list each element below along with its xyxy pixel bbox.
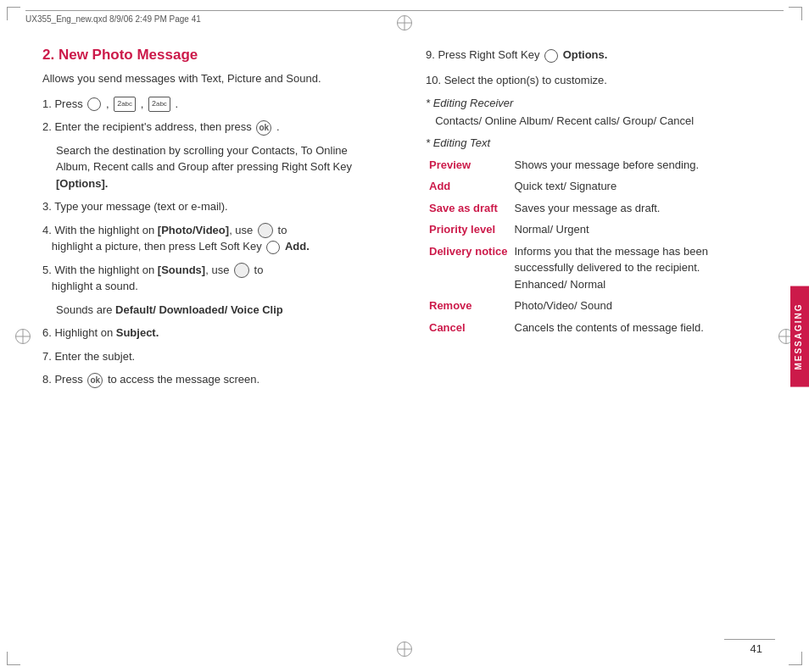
edit-value: Normal/ Urgent bbox=[511, 219, 767, 241]
table-row: PreviewShows your message before sending… bbox=[426, 154, 767, 176]
editing-receiver-text: Contacts/ Online Album/ Recent calls/ Gr… bbox=[429, 113, 767, 130]
edit-key: Cancel bbox=[426, 317, 511, 339]
step2-period: . bbox=[276, 120, 280, 133]
step2-text: 2. Enter the recipient's address, then p… bbox=[42, 120, 254, 133]
edit-value: Quick text/ Signature bbox=[511, 175, 767, 197]
editing-receiver-section: * Editing Receiver Contacts/ Online Albu… bbox=[426, 97, 767, 130]
abc1-icon: 2abc bbox=[114, 97, 136, 112]
step-4: 4. With the highlight on [Photo/Video], … bbox=[42, 222, 383, 255]
edit-key: Save as draft bbox=[426, 197, 511, 219]
corner-tl bbox=[7, 7, 20, 20]
table-row: Priority levelNormal/ Urgent bbox=[426, 219, 767, 241]
comma2: , bbox=[141, 97, 147, 110]
ok-icon-2: ok bbox=[87, 373, 103, 388]
step2-bold: [Options]. bbox=[56, 177, 108, 190]
step6-bold: Subject. bbox=[116, 326, 159, 339]
step-7: 7. Enter the subjet. bbox=[42, 348, 383, 365]
edit-key: Delivery notice bbox=[426, 241, 511, 296]
step1-text: 1. Press bbox=[42, 97, 86, 110]
intro-text: Allows you send messages with Text, Pict… bbox=[42, 70, 383, 87]
step-9: 9. Press Right Soft Key Options. bbox=[426, 47, 767, 64]
step9-text: 9. Press Right Soft Key bbox=[426, 48, 539, 61]
page-container: UX355_Eng_new.qxd 8/9/06 2:49 PM Page 41… bbox=[0, 0, 809, 672]
edit-value: Informs you that the message has been su… bbox=[511, 241, 767, 296]
step-2: 2. Enter the recipient's address, then p… bbox=[42, 119, 383, 136]
header-text: UX355_Eng_new.qxd 8/9/06 2:49 PM Page 41 bbox=[25, 14, 201, 24]
step-6: 6. Highlight on Subject. bbox=[42, 325, 383, 342]
right-soft-key-icon bbox=[544, 49, 558, 63]
step-5-indent: Sounds are Default/ Downloaded/ Voice Cl… bbox=[56, 302, 383, 319]
main-content: 2. New Photo Message Allows you send mes… bbox=[42, 47, 767, 630]
corner-br bbox=[789, 652, 802, 665]
step-10: 10. Select the option(s) to customize. bbox=[426, 72, 767, 89]
abc2-icon: 2abc bbox=[148, 97, 170, 112]
sidebar-label: MESSAGING bbox=[790, 286, 809, 386]
comma1: , bbox=[106, 97, 112, 110]
table-row: RemovePhoto/Video/ Sound bbox=[426, 295, 767, 317]
top-header: UX355_Eng_new.qxd 8/9/06 2:49 PM Page 41 bbox=[25, 10, 784, 24]
edit-value: Saves your message as draft. bbox=[511, 197, 767, 219]
edit-key: Priority level bbox=[426, 219, 511, 241]
crosshair-left bbox=[15, 329, 31, 344]
table-row: Save as draftSaves your message as draft… bbox=[426, 197, 767, 219]
edit-value: Photo/Video/ Sound bbox=[511, 295, 767, 317]
step-1: 1. Press , 2abc , 2abc . bbox=[42, 96, 383, 113]
table-row: AddQuick text/ Signature bbox=[426, 175, 767, 197]
ok-icon-1: ok bbox=[256, 120, 271, 136]
edit-table: PreviewShows your message before sending… bbox=[426, 154, 767, 339]
step5-sounds: Default/ Downloaded/ Voice Clip bbox=[115, 303, 283, 316]
edit-key: Preview bbox=[426, 154, 511, 176]
step-8: 8. Press ok to access the message screen… bbox=[42, 371, 383, 388]
section-title: 2. New Photo Message bbox=[42, 47, 383, 64]
table-row: CancelCancels the contents of message fi… bbox=[426, 317, 767, 339]
editing-text-section: * Editing Text bbox=[426, 136, 767, 149]
step-2-indent: Search the destination by scrolling your… bbox=[56, 142, 383, 192]
edit-value: Shows your message before sending. bbox=[511, 154, 767, 176]
editing-text-label: * Editing Text bbox=[426, 136, 767, 149]
circle-icon bbox=[87, 97, 101, 111]
step4-add: Add. bbox=[285, 240, 310, 253]
bottom-divider bbox=[724, 639, 775, 640]
left-column: 2. New Photo Message Allows you send mes… bbox=[42, 47, 392, 630]
table-row: Delivery noticeInforms you that the mess… bbox=[426, 241, 767, 296]
circle-icon-2 bbox=[266, 241, 280, 254]
crosshair-bottom bbox=[397, 641, 412, 657]
right-column: 9. Press Right Soft Key Options. 10. Sel… bbox=[417, 47, 767, 630]
nav-icon-1 bbox=[258, 223, 273, 238]
step-3: 3. Type your message (text or e-mail). bbox=[42, 198, 383, 215]
corner-tr bbox=[789, 7, 802, 20]
step5-bold: [Sounds] bbox=[158, 264, 205, 276]
step4-bold1: [Photo/Video] bbox=[158, 224, 229, 236]
edit-value: Cancels the contents of message field. bbox=[511, 317, 767, 339]
edit-key: Add bbox=[426, 175, 511, 197]
corner-bl bbox=[7, 652, 20, 665]
step9-options: Options. bbox=[563, 48, 608, 61]
page-number: 41 bbox=[750, 642, 762, 655]
period1: . bbox=[175, 97, 178, 110]
nav-icon-2 bbox=[234, 263, 249, 278]
edit-key: Remove bbox=[426, 295, 511, 317]
step-5: 5. With the highlight on [Sounds], use t… bbox=[42, 262, 383, 295]
editing-receiver-label: * Editing Receiver bbox=[426, 97, 767, 109]
